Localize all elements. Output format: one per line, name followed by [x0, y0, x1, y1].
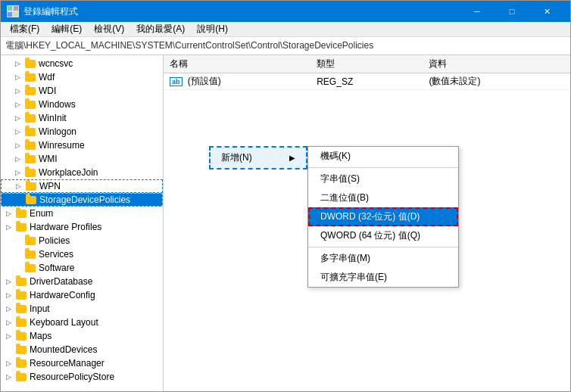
menu-separator-2: [308, 247, 458, 247]
tree-item-services[interactable]: Services: [1, 247, 163, 261]
tree-item-resourcemanager[interactable]: ▷ ResourceManager: [1, 356, 163, 370]
tree-item-winlogon[interactable]: ▷ Winlogon: [1, 125, 163, 138]
expand-icon: [13, 250, 22, 259]
folder-icon: [24, 154, 36, 164]
expand-icon: [13, 236, 22, 245]
tree-item-input[interactable]: ▷ Input: [1, 302, 163, 316]
tree-label: Maps: [30, 331, 51, 341]
svg-rect-2: [8, 12, 12, 17]
address-bar: 電腦\HKEY_LOCAL_MACHINE\SYSTEM\CurrentCont…: [1, 37, 570, 55]
tree-item-wdf[interactable]: ▷ Wdf: [1, 70, 163, 84]
tree-item-resourcepolicystore[interactable]: ▷ ResourcePolicyStore: [1, 370, 163, 384]
tree-label: ResourceManager: [30, 358, 105, 369]
tree-label: Winresume: [39, 140, 85, 151]
tree-item-software[interactable]: Software: [1, 261, 163, 275]
expand-icon: ▷: [13, 59, 22, 68]
tree-item-enum[interactable]: ▷ Enum: [1, 207, 163, 220]
menu-edit[interactable]: 編輯(E): [45, 21, 88, 37]
expand-icon: ▷: [14, 182, 23, 191]
expand-icon: ▷: [13, 114, 22, 123]
submenu-item-key[interactable]: 機碼(K): [308, 147, 458, 166]
tree-label: Enum: [30, 208, 53, 219]
folder-icon: [24, 140, 36, 151]
menu-help[interactable]: 說明(H): [191, 21, 234, 37]
expand-icon: ▷: [13, 168, 22, 177]
expand-icon: ▷: [4, 291, 13, 300]
tree-label: Software: [39, 263, 74, 273]
svg-rect-3: [14, 12, 18, 17]
folder-icon: [15, 303, 27, 314]
table-row[interactable]: ab (預設值) REG_SZ (數值未設定): [164, 73, 570, 90]
tree-label: Keyboard Layout: [30, 317, 98, 328]
tree-panel[interactable]: ▷ wcncsvc ▷ Wdf ▷ WDI ▷ Windows: [1, 55, 164, 391]
expand-icon: ▷: [13, 73, 22, 82]
title-bar: 登錄編輯程式 ─ □ ✕: [1, 1, 570, 22]
tree-item-hardware-profiles[interactable]: ▷ Hardware Profiles: [1, 220, 163, 234]
tree-item-keyboard-layout[interactable]: ▷ Keyboard Layout: [1, 316, 163, 329]
window-title: 登錄編輯程式: [23, 5, 460, 18]
tree-label: WDI: [39, 86, 56, 96]
svg-rect-1: [14, 6, 18, 11]
tree-item-wmi[interactable]: ▷ WMI: [1, 152, 163, 166]
expand-icon: ▷: [4, 222, 13, 232]
expand-icon: ▷: [4, 318, 13, 327]
folder-icon: [15, 331, 27, 341]
menu-view[interactable]: 檢視(V): [88, 21, 130, 37]
row-data: (數值未設定): [423, 73, 570, 90]
ab-icon: ab: [170, 77, 183, 86]
folder-icon: [24, 72, 36, 82]
new-submenu-trigger[interactable]: 新增(N) ▶: [209, 146, 307, 170]
registry-table: 名稱 類型 資料 ab (預設值) REG_SZ (數值未設定): [164, 55, 570, 90]
menu-file[interactable]: 檔案(F): [4, 21, 45, 37]
submenu-item-dword[interactable]: DWORD (32-位元) 值(D): [308, 207, 458, 226]
folder-icon: [15, 358, 27, 369]
submenu-item-binary[interactable]: 二進位值(B): [308, 188, 458, 207]
tree-item-windows[interactable]: ▷ Windows: [1, 98, 163, 111]
address-path: 電腦\HKEY_LOCAL_MACHINE\SYSTEM\CurrentCont…: [5, 39, 373, 52]
expand-icon: ▷: [4, 359, 13, 368]
tree-label: WorkplaceJoin: [39, 167, 98, 178]
right-panel: 名稱 類型 資料 ab (預設值) REG_SZ (數值未設定): [164, 55, 570, 391]
tree-item-workplacejoin[interactable]: ▷ WorkplaceJoin: [1, 166, 163, 179]
tree-label: wcncsvc: [39, 58, 73, 69]
tree-item-wpn[interactable]: ▷ WPN: [1, 179, 163, 193]
folder-icon: [15, 276, 27, 287]
main-content: ▷ wcncsvc ▷ Wdf ▷ WDI ▷ Windows: [1, 55, 570, 391]
submenu-item-multistring[interactable]: 多字串值(M): [308, 249, 458, 268]
folder-icon: [24, 113, 36, 123]
folder-icon: [25, 194, 37, 205]
tree-label: Windows: [39, 99, 76, 110]
tree-item-maps[interactable]: ▷ Maps: [1, 329, 163, 343]
maximize-button[interactable]: □: [495, 1, 529, 22]
minimize-button[interactable]: ─: [460, 1, 495, 22]
tree-label: Hardware Profiles: [30, 222, 101, 232]
submenu-item-expandstring[interactable]: 可擴充字串值(E): [308, 268, 458, 287]
row-type: REG_SZ: [310, 73, 423, 90]
submenu-item-qword[interactable]: QWORD (64 位元) 值(Q): [308, 226, 458, 245]
close-button[interactable]: ✕: [529, 1, 564, 22]
svg-rect-0: [8, 6, 12, 11]
tree-item-storagedevicepolicies[interactable]: StorageDevicePolicies: [1, 193, 163, 207]
tree-item-mounteddevices[interactable]: MountedDevices: [1, 343, 163, 356]
tree-label: Input: [30, 303, 50, 314]
expand-icon: ▷: [4, 304, 13, 313]
tree-item-driverdatabase[interactable]: ▷ DriverDatabase: [1, 275, 163, 288]
expand-icon: [4, 345, 13, 354]
tree-item-winresume[interactable]: ▷ Winresume: [1, 138, 163, 152]
submenu-item-string[interactable]: 字串值(S): [308, 170, 458, 188]
menu-favorites[interactable]: 我的最愛(A): [130, 21, 191, 37]
folder-icon: [24, 249, 36, 260]
context-menu-container: 新增(N) ▶ 機碼(K) 字串值(S) 二進位值(B) DWORD (32-位…: [209, 101, 459, 288]
expand-icon: ▷: [4, 277, 13, 286]
tree-item-wdi[interactable]: ▷ WDI: [1, 84, 163, 98]
main-window: 登錄編輯程式 ─ □ ✕ 檔案(F) 編輯(E) 檢視(V) 我的最愛(A) 說…: [0, 0, 571, 392]
tree-item-hardwareconfig[interactable]: ▷ HardwareConfig: [1, 288, 163, 302]
new-label: 新增(N): [221, 151, 252, 164]
folder-icon: [15, 372, 27, 382]
tree-item-wininit[interactable]: ▷ WinInit: [1, 111, 163, 125]
tree-item-wcncsvc[interactable]: ▷ wcncsvc: [1, 57, 163, 70]
tree-item-policies[interactable]: Policies: [1, 234, 163, 247]
expand-icon: ▷: [4, 209, 13, 218]
folder-icon: [24, 235, 36, 246]
expand-icon: ▷: [4, 372, 13, 381]
